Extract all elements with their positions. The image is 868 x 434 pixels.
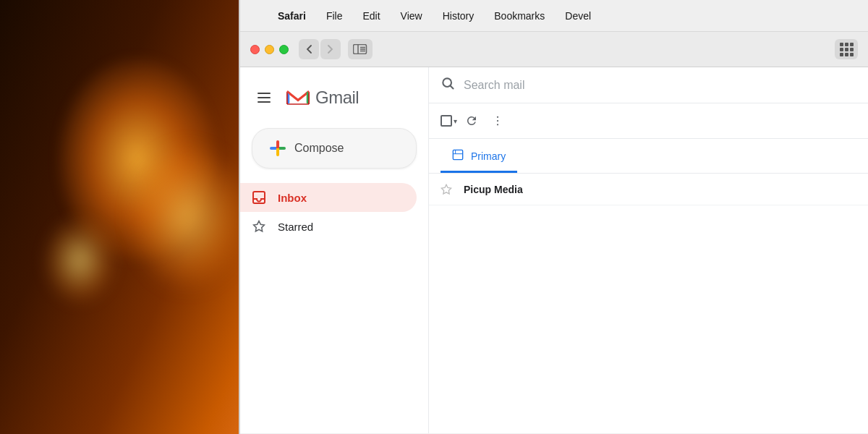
traffic-lights [250,45,289,54]
close-button[interactable] [250,45,260,54]
safari-menu[interactable]: Safari [275,9,309,23]
email-row-0[interactable]: Picup Media [429,174,868,205]
inbox-label: Inbox [278,192,307,204]
svg-rect-11 [453,150,462,159]
develop-menu[interactable]: Devel [562,9,594,23]
inbox-icon [252,190,266,205]
browser-content: Gmail Compose Inbox [240,67,868,433]
hamburger-line-3 [258,101,271,103]
email-star-icon[interactable] [441,184,452,195]
gmail-m-icon [285,85,311,111]
gmail-logo: Gmail [285,85,359,111]
svg-line-7 [451,86,454,89]
compose-label: Compose [294,142,344,155]
hamburger-line-2 [258,97,271,98]
svg-point-8 [497,116,498,118]
browser-chrome [240,32,868,67]
search-bar[interactable]: Search mail [429,67,868,103]
select-checkbox-area[interactable]: ▾ [441,115,457,127]
tab-primary-label: Primary [471,150,506,162]
compose-button[interactable]: Compose [252,128,417,169]
bokeh-light-3 [43,217,116,304]
search-icon [441,76,455,94]
browser-toolbar [250,39,858,67]
svg-point-10 [497,124,498,125]
history-menu[interactable]: History [440,9,477,23]
back-button[interactable] [299,39,319,59]
action-toolbar: ▾ [429,103,868,139]
tab-primary[interactable]: Primary [441,142,517,173]
refresh-button[interactable] [460,109,483,132]
email-sender-0: Picup Media [464,184,565,195]
sidebar-item-inbox[interactable]: Inbox [240,183,417,212]
grid-icon [840,43,854,56]
select-all-checkbox[interactable] [441,115,452,127]
search-placeholder-text: Search mail [464,79,524,92]
macos-menu-bar: Safari File Edit View History Bookmarks … [240,0,868,32]
compose-plus-icon [270,140,286,156]
edit-menu[interactable]: Edit [359,9,383,23]
gmail-brand-text: Gmail [315,88,359,108]
svg-point-9 [497,120,498,122]
forward-icon [327,44,334,54]
sidebar-toggle-button[interactable] [348,39,373,59]
select-dropdown-arrow[interactable]: ▾ [454,117,457,125]
maximize-button[interactable] [279,45,289,54]
tab-primary-icon [452,149,464,163]
apple-menu[interactable] [252,14,258,17]
gmail-sidebar: Gmail Compose Inbox [240,67,428,433]
hamburger-menu-button[interactable] [252,87,276,109]
forward-button[interactable] [320,39,341,59]
nav-buttons [299,39,341,59]
gmail-main: Search mail ▾ [428,67,868,433]
back-icon [305,44,312,54]
gmail-header: Gmail [240,79,428,125]
starred-label: Starred [278,221,313,233]
more-options-button[interactable] [486,109,509,132]
file-menu[interactable]: File [323,9,346,23]
star-icon [252,219,266,234]
hamburger-line-1 [258,93,271,94]
bokeh-light-2 [130,145,246,289]
apps-grid-button[interactable] [835,39,858,59]
bookmarks-menu[interactable]: Bookmarks [491,9,548,23]
view-menu[interactable]: View [398,9,425,23]
sidebar-toggle-icon [353,44,367,54]
sidebar-item-starred[interactable]: Starred [240,212,417,241]
tab-bar: Primary [429,139,868,174]
minimize-button[interactable] [265,45,274,54]
laptop-frame: Safari File Edit View History Bookmarks … [239,0,868,434]
